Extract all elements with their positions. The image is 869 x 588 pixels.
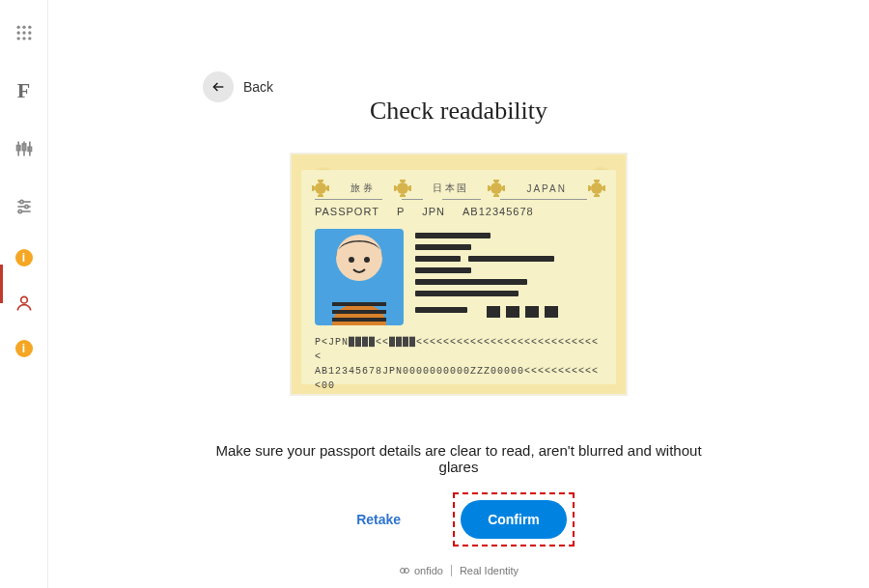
svg-point-0	[16, 26, 19, 29]
svg-point-5	[28, 31, 31, 34]
svg-point-6	[16, 37, 19, 40]
svg-point-24	[349, 257, 354, 263]
sliders-icon[interactable]	[9, 191, 40, 222]
svg-point-1	[22, 26, 25, 29]
main-content: Back Check readability 旅 券 日 本 国 JAPAN	[48, 0, 869, 588]
passport-country: JPN	[422, 206, 445, 217]
svg-point-2	[28, 26, 31, 29]
passport-label: PASSPORT	[315, 206, 379, 217]
footer-brand-name: onfido	[414, 565, 443, 576]
back-label: Back	[243, 79, 273, 95]
passport-number: AB12345678	[463, 206, 534, 217]
sidebar-active-indicator	[0, 265, 3, 303]
passport-top-en: JAPAN	[526, 183, 567, 194]
sidebar: F i i	[0, 0, 48, 588]
onfido-logo-icon: onfido	[399, 565, 443, 576]
svg-point-8	[28, 37, 31, 40]
footer-tagline: Real Identity	[460, 565, 519, 576]
confirm-highlight: Confirm	[453, 492, 575, 546]
chrysanthemum-icon	[315, 182, 326, 194]
passport-mrz: P<JPN████<<████<<<<<<<<<<<<<<<<<<<<<<<<<…	[315, 335, 603, 393]
brand-letter-icon[interactable]: F	[9, 75, 40, 106]
action-row: Retake Confirm	[48, 492, 869, 546]
retake-button[interactable]: Retake	[343, 500, 414, 539]
mrz-line-1: P<JPN████<<████<<<<<<<<<<<<<<<<<<<<<<<<<…	[315, 335, 603, 364]
footer-brand: onfido Real Identity	[48, 565, 869, 576]
chrysanthemum-icon	[491, 182, 502, 194]
svg-point-21	[20, 296, 27, 303]
svg-rect-27	[332, 310, 386, 314]
svg-point-4	[22, 31, 25, 34]
info-icon[interactable]: i	[15, 249, 33, 266]
passport-top-jp-2: 日 本 国	[433, 182, 467, 195]
svg-rect-26	[332, 302, 386, 306]
svg-point-25	[364, 257, 370, 263]
info-icon-2[interactable]: i	[15, 340, 33, 357]
passport-data-lines	[415, 229, 603, 325]
document-preview: 旅 券 日 本 国 JAPAN PASSPORT P JPN	[48, 153, 869, 396]
passport-type: P	[397, 206, 405, 217]
svg-point-3	[16, 31, 19, 34]
passport-top-jp-1: 旅 券	[350, 182, 373, 195]
candlestick-icon[interactable]	[9, 133, 40, 164]
svg-point-18	[24, 205, 27, 208]
svg-point-16	[19, 200, 22, 203]
chrysanthemum-icon	[397, 182, 408, 194]
svg-point-7	[22, 37, 25, 40]
apps-icon[interactable]	[9, 17, 40, 48]
svg-rect-28	[332, 318, 386, 322]
instruction-text: Make sure your passport details are clea…	[48, 442, 869, 475]
mrz-line-2: AB12345678JPN0000000000ZZZ00000<<<<<<<<<…	[315, 364, 603, 393]
page-title: Check readability	[48, 97, 869, 126]
passport-image: 旅 券 日 本 国 JAPAN PASSPORT P JPN	[290, 153, 628, 396]
confirm-button[interactable]: Confirm	[461, 500, 567, 539]
chrysanthemum-icon	[591, 182, 603, 194]
svg-point-20	[18, 210, 21, 212]
profile-icon[interactable]	[14, 294, 34, 313]
passport-photo	[315, 229, 404, 325]
footer-separator	[451, 565, 452, 576]
